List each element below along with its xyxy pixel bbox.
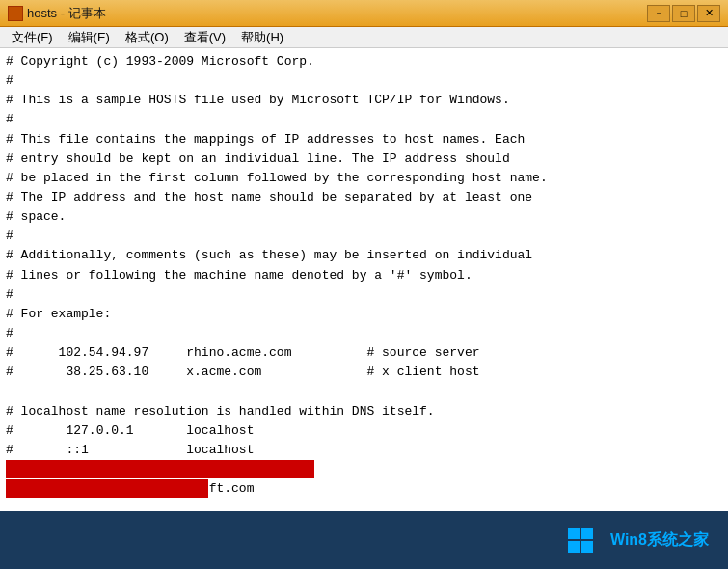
win8-logo — [568, 528, 601, 553]
window-title: hosts - 记事本 — [27, 5, 106, 22]
window-controls: － □ ✕ — [647, 5, 720, 22]
menu-file[interactable]: 文件(F) — [4, 27, 61, 48]
title-bar: hosts - 记事本 － □ ✕ — [0, 0, 728, 27]
text-editor[interactable]: # Copyright (c) 1993-2009 Microsoft Corp… — [0, 48, 715, 511]
minimize-button[interactable]: － — [647, 5, 670, 22]
menu-view[interactable]: 查看(V) — [176, 27, 233, 48]
title-bar-left: hosts - 记事本 — [8, 5, 106, 22]
bottom-watermark-bar: Win8系统之家 — [0, 511, 728, 569]
win-cell-3 — [568, 541, 580, 553]
maximize-button[interactable]: □ — [672, 5, 695, 22]
menu-edit[interactable]: 编辑(E) — [61, 27, 118, 48]
watermark: Win8系统之家 — [568, 528, 709, 553]
editor-area: # Copyright (c) 1993-2009 Microsoft Corp… — [0, 48, 728, 511]
windows-grid-icon — [568, 528, 593, 553]
menu-bar: 文件(F) 编辑(E) 格式(O) 查看(V) 帮助(H) — [0, 27, 728, 48]
win-cell-4 — [581, 541, 593, 553]
close-button[interactable]: ✕ — [697, 5, 720, 22]
menu-help[interactable]: 帮助(H) — [233, 27, 291, 48]
win-cell-2 — [581, 528, 593, 539]
menu-format[interactable]: 格式(O) — [118, 27, 176, 48]
win-cell-1 — [568, 528, 580, 539]
app-icon — [8, 6, 23, 21]
watermark-text: Win8系统之家 — [610, 530, 709, 551]
